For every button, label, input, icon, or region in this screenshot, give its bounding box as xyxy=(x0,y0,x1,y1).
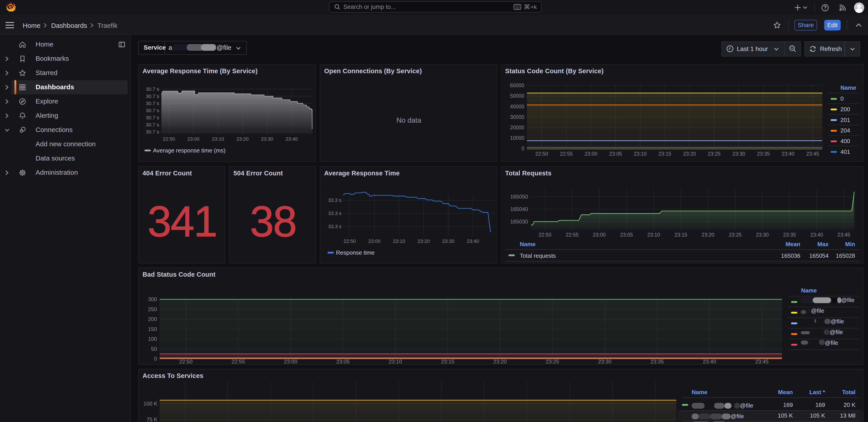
svg-text:23:20: 23:20 xyxy=(493,359,507,364)
svg-text:23:10: 23:10 xyxy=(212,136,224,142)
svg-text:23:10: 23:10 xyxy=(634,151,647,157)
svg-text:23:10: 23:10 xyxy=(647,232,660,238)
svg-text:23:00: 23:00 xyxy=(284,359,297,364)
svg-text:23:05: 23:05 xyxy=(620,232,633,238)
svg-text:30000: 30000 xyxy=(510,114,524,120)
svg-text:23:45: 23:45 xyxy=(806,151,819,157)
svg-text:33.3 s: 33.3 s xyxy=(328,224,342,229)
svg-text:23:25: 23:25 xyxy=(708,151,721,157)
svg-text:23:30: 23:30 xyxy=(598,359,612,364)
svg-text:200: 200 xyxy=(840,106,850,113)
svg-text:23:10: 23:10 xyxy=(389,359,402,364)
svg-text:40000: 40000 xyxy=(510,104,524,110)
svg-text:50000: 50000 xyxy=(510,93,524,99)
svg-text:Name: Name xyxy=(801,287,817,294)
svg-text:22:50: 22:50 xyxy=(535,151,548,157)
svg-text:23:00: 23:00 xyxy=(187,136,199,142)
svg-text:Total: Total xyxy=(842,389,855,395)
svg-text:50: 50 xyxy=(151,346,157,352)
svg-text:23:15: 23:15 xyxy=(658,151,672,157)
svg-text:23:25: 23:25 xyxy=(546,359,559,364)
svg-text:23:20: 23:20 xyxy=(236,136,249,142)
svg-text:23:00: 23:00 xyxy=(593,232,606,238)
svg-text:23:40: 23:40 xyxy=(782,151,795,157)
svg-text:23:05: 23:05 xyxy=(609,151,622,157)
svg-text:20000: 20000 xyxy=(510,124,524,131)
svg-text:22:55: 22:55 xyxy=(566,232,579,238)
svg-text:165050: 165050 xyxy=(510,194,528,200)
svg-text:23:25: 23:25 xyxy=(729,232,742,238)
svg-text:401: 401 xyxy=(840,148,850,155)
svg-text:Response time: Response time xyxy=(336,249,374,256)
svg-text:30.7 s: 30.7 s xyxy=(146,86,159,92)
svg-text:0: 0 xyxy=(154,356,157,362)
svg-text:100: 100 xyxy=(148,336,157,342)
svg-text:Name: Name xyxy=(840,84,856,91)
svg-text:23:40: 23:40 xyxy=(703,359,716,364)
svg-text:20 K: 20 K xyxy=(843,401,856,408)
svg-text:22:50: 22:50 xyxy=(179,359,192,364)
svg-text:165036: 165036 xyxy=(781,252,800,259)
svg-text:Total requests: Total requests xyxy=(520,252,556,259)
svg-text:23:45: 23:45 xyxy=(838,232,850,238)
svg-text:22:55: 22:55 xyxy=(560,151,573,157)
svg-text:250: 250 xyxy=(148,306,157,312)
svg-text:22:50: 22:50 xyxy=(343,238,356,244)
svg-text:Name: Name xyxy=(520,241,536,248)
svg-text:23:00: 23:00 xyxy=(585,151,597,157)
svg-text:300: 300 xyxy=(148,296,157,302)
svg-text:30.7 s: 30.7 s xyxy=(146,108,159,113)
svg-text:23:40: 23:40 xyxy=(810,232,823,238)
svg-text:22:55: 22:55 xyxy=(231,359,245,364)
svg-text:Name: Name xyxy=(692,389,708,395)
svg-text:60000: 60000 xyxy=(510,83,524,88)
svg-text:165028: 165028 xyxy=(836,252,855,259)
svg-text:33.3 s: 33.3 s xyxy=(328,197,342,203)
svg-text:23:30: 23:30 xyxy=(733,151,745,157)
svg-text:23:45: 23:45 xyxy=(755,359,768,364)
svg-text:23:00: 23:00 xyxy=(368,238,380,244)
svg-text:23:20: 23:20 xyxy=(683,151,696,157)
svg-text:30.7 s: 30.7 s xyxy=(146,101,159,106)
svg-text:0: 0 xyxy=(840,95,843,102)
svg-text:165040: 165040 xyxy=(510,206,528,212)
svg-text:165030: 165030 xyxy=(510,219,528,225)
svg-text:400: 400 xyxy=(840,138,850,144)
svg-text:165054: 165054 xyxy=(809,252,829,259)
svg-text:23:35: 23:35 xyxy=(650,359,664,364)
svg-text:30.7 s: 30.7 s xyxy=(146,93,159,99)
svg-text:23:30: 23:30 xyxy=(442,238,455,244)
svg-text:23:20: 23:20 xyxy=(417,238,430,244)
svg-text:Mean: Mean xyxy=(785,241,800,248)
svg-text:169: 169 xyxy=(783,401,793,408)
svg-text:30.7 s: 30.7 s xyxy=(146,115,159,120)
svg-text:23:35: 23:35 xyxy=(783,232,796,238)
svg-text:23:20: 23:20 xyxy=(702,232,715,238)
svg-text:33.3 s: 33.3 s xyxy=(328,210,342,216)
svg-text:23:30: 23:30 xyxy=(261,136,273,142)
svg-text:204: 204 xyxy=(840,127,850,134)
svg-text:23:15: 23:15 xyxy=(441,359,454,364)
svg-text:169: 169 xyxy=(815,401,825,408)
svg-text:Min: Min xyxy=(845,241,855,248)
svg-text:30.7 s: 30.7 s xyxy=(146,129,159,135)
svg-text:Average response time (ms): Average response time (ms) xyxy=(153,147,225,154)
svg-text:23:40: 23:40 xyxy=(285,136,298,142)
svg-text:0: 0 xyxy=(521,146,524,151)
svg-text:75 K: 75 K xyxy=(147,417,157,422)
svg-text:Mean: Mean xyxy=(778,389,793,395)
svg-text:23:40: 23:40 xyxy=(467,238,479,244)
svg-text:23:35: 23:35 xyxy=(757,151,770,157)
svg-text:100 K: 100 K xyxy=(144,401,157,406)
svg-text:200: 200 xyxy=(148,316,157,322)
svg-text:150: 150 xyxy=(148,326,157,332)
svg-text:22:50: 22:50 xyxy=(538,232,551,238)
svg-text:23:15: 23:15 xyxy=(674,232,687,238)
svg-text:23:10: 23:10 xyxy=(393,238,405,244)
svg-text:23:05: 23:05 xyxy=(336,359,349,364)
svg-text:Last *: Last * xyxy=(809,389,825,395)
svg-text:Max: Max xyxy=(817,241,829,248)
svg-text:30.7 s: 30.7 s xyxy=(146,122,159,128)
svg-text:22:50: 22:50 xyxy=(163,136,175,142)
svg-text:201: 201 xyxy=(840,117,850,123)
